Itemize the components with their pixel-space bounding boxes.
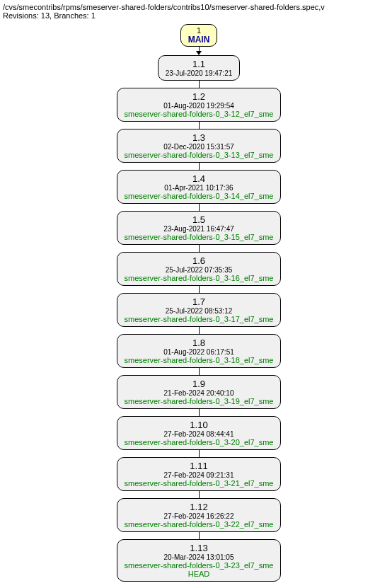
connector [199,532,200,539]
revision-tag: smeserver-shared-folders-0_3-18_el7_sme [125,356,274,364]
revision-date: 27-Feb-2024 08:44:41 [125,430,274,438]
revision-node: 1.401-Apr-2021 10:17:36smeserver-shared-… [117,170,282,204]
revision-number: 1.11 [125,461,274,471]
revision-date: 27-Feb-2024 09:21:31 [125,471,274,479]
branch-node: 1 MAIN [180,24,218,47]
revision-number: 1.5 [125,214,274,225]
revision-info: Revisions: 13, Branches: 1 [3,11,392,20]
connector [199,204,200,211]
branch-name: MAIN [188,35,210,45]
revision-number: 1.1 [166,59,233,69]
revision-tag: smeserver-shared-folders-0_3-20_el7_sme [125,438,274,446]
revision-node: 1.725-Jul-2022 08:53:12smeserver-shared-… [117,293,282,327]
revision-tag: smeserver-shared-folders-0_3-13_el7_sme [125,151,274,159]
revision-date: 01-Apr-2021 10:17:36 [125,184,274,192]
revision-date: 21-Feb-2024 20:40:10 [125,389,274,397]
connector [199,368,200,375]
revision-number: 1.13 [125,543,274,553]
revision-date: 01-Aug-2022 06:17:51 [125,348,274,356]
revision-number: 1.3 [125,132,274,143]
revision-node: 1.123-Jul-2020 19:47:21 [158,55,241,81]
revision-tag: smeserver-shared-folders-0_3-22_el7_sme [125,520,274,529]
revision-date: 01-Aug-2020 19:29:54 [125,102,274,110]
revision-date: 02-Dec-2020 15:31:57 [125,143,274,151]
revision-number: 1.10 [125,420,274,430]
revision-number: 1.8 [125,338,274,348]
revision-date: 25-Jul-2022 08:53:12 [125,307,274,315]
connector [199,245,200,252]
revision-tag: smeserver-shared-folders-0_3-12_el7_sme [125,110,274,118]
connector [199,450,200,457]
revision-node: 1.921-Feb-2024 20:40:10smeserver-shared-… [117,375,282,409]
branch-number: 1 [188,26,210,35]
connector [199,327,200,334]
revision-node: 1.302-Dec-2020 15:31:57smeserver-shared-… [117,129,282,163]
connector [199,122,200,129]
revision-number: 1.7 [125,296,274,307]
revision-date: 27-Feb-2024 16:26:22 [125,512,274,520]
revision-tree: 1 MAIN 1.123-Jul-2020 19:47:211.201-Aug-… [3,24,392,582]
revision-node: 1.523-Aug-2021 16:47:47smeserver-shared-… [117,211,282,245]
revision-tag: smeserver-shared-folders-0_3-21_el7_sme [125,479,274,488]
header: /cvs/smecontribs/rpms/smeserver-shared-f… [3,3,392,20]
revision-date: 23-Aug-2021 16:47:47 [125,225,274,233]
revision-tag: smeserver-shared-folders-0_3-17_el7_sme [125,315,274,323]
revision-tag: HEAD [125,570,274,578]
revision-tag: smeserver-shared-folders-0_3-19_el7_sme [125,397,274,405]
revision-number: 1.4 [125,173,274,184]
revision-date: 25-Jul-2022 07:35:35 [125,266,274,274]
revision-node: 1.201-Aug-2020 19:29:54smeserver-shared-… [117,88,282,122]
revision-node: 1.1227-Feb-2024 16:26:22smeserver-shared… [117,498,282,532]
revision-date: 20-Mar-2024 13:01:05 [125,553,274,561]
revision-node: 1.1027-Feb-2024 08:44:41smeserver-shared… [117,416,282,450]
revision-number: 1.9 [125,379,274,389]
revision-tag: smeserver-shared-folders-0_3-15_el7_sme [125,233,274,241]
connector [199,491,200,498]
revision-tag: smeserver-shared-folders-0_3-14_el7_sme [125,192,274,200]
revision-node: 1.625-Jul-2022 07:35:35smeserver-shared-… [117,252,282,286]
revision-node: 1.1320-Mar-2024 13:01:05smeserver-shared… [117,539,282,582]
revision-date: 23-Jul-2020 19:47:21 [166,69,233,77]
file-path: /cvs/smecontribs/rpms/smeserver-shared-f… [3,3,392,11]
revision-node: 1.1127-Feb-2024 09:21:31smeserver-shared… [117,457,282,491]
connector [199,163,200,170]
revision-tag: smeserver-shared-folders-0_3-23_el7_sme [125,561,274,570]
connector [199,409,200,416]
revision-number: 1.6 [125,255,274,266]
revision-number: 1.12 [125,502,274,512]
revision-tag: smeserver-shared-folders-0_3-16_el7_sme [125,274,274,282]
connector [199,286,200,293]
revision-node: 1.801-Aug-2022 06:17:51smeserver-shared-… [117,334,282,368]
revision-number: 1.2 [125,91,274,102]
connector-arrow [196,47,202,55]
connector [199,81,200,88]
